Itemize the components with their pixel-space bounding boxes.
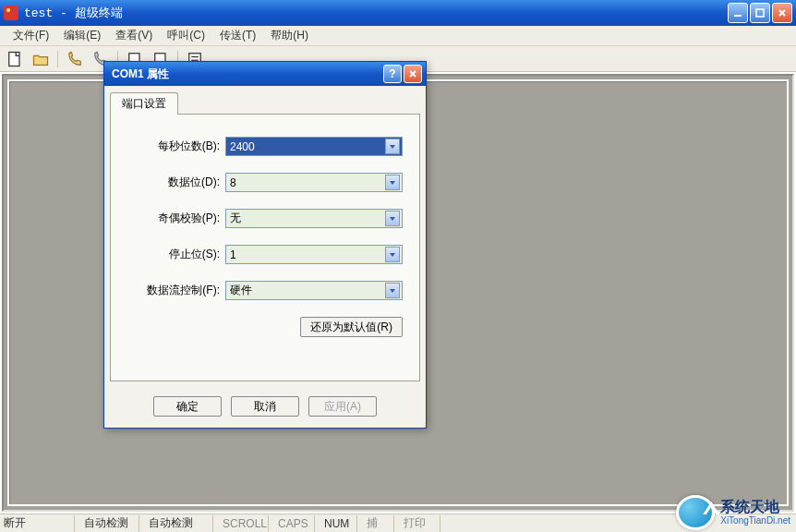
select-databits-value: 8 <box>230 176 385 189</box>
watermark: 系统天地 XiTongTianDi.net <box>676 495 790 530</box>
ok-button[interactable]: 确定 <box>153 396 222 417</box>
titlebar: test - 超级终端 <box>0 0 796 26</box>
menu-file[interactable]: 文件(F) <box>6 26 56 45</box>
menubar: 文件(F) 编辑(E) 查看(V) 呼叫(C) 传送(T) 帮助(H) <box>0 26 796 46</box>
row-flowcontrol: 数据流控制(F): 硬件 <box>127 281 403 300</box>
label-stopbits: 停止位(S): <box>127 247 220 262</box>
select-flowcontrol[interactable]: 硬件 <box>225 281 403 300</box>
select-databits[interactable]: 8 <box>225 173 403 192</box>
row-baud: 每秒位数(B): 2400 <box>127 137 403 156</box>
new-icon[interactable] <box>6 50 24 68</box>
menu-help[interactable]: 帮助(H) <box>263 26 316 45</box>
app-icon <box>4 6 18 20</box>
watermark-name: 系统天地 <box>720 500 790 515</box>
cancel-button[interactable]: 取消 <box>231 396 299 417</box>
watermark-icon <box>676 495 715 530</box>
apply-button[interactable]: 应用(A) <box>308 396 377 417</box>
dialog-buttons: 确定 取消 应用(A) <box>104 387 426 428</box>
status-scroll: SCROLL <box>212 515 268 532</box>
toolbar-separator <box>57 51 58 67</box>
svg-rect-2 <box>9 52 19 66</box>
call-icon[interactable] <box>66 50 84 68</box>
select-flowcontrol-value: 硬件 <box>230 283 385 298</box>
tab-body: 每秒位数(B): 2400 数据位(D): 8 奇偶校验(P): 无 <box>110 114 420 381</box>
status-num: NUM <box>314 515 356 532</box>
status-capture: 捕 <box>356 515 393 532</box>
select-parity[interactable]: 无 <box>225 209 403 228</box>
svg-rect-0 <box>734 15 742 17</box>
watermark-text-block: 系统天地 XiTongTianDi.net <box>720 500 790 526</box>
chevron-down-icon <box>385 247 400 262</box>
row-stopbits: 停止位(S): 1 <box>127 245 403 264</box>
menu-edit[interactable]: 编辑(E) <box>56 26 108 45</box>
restore-defaults-button[interactable]: 还原为默认值(R) <box>300 317 403 337</box>
maximize-button[interactable] <box>750 3 770 23</box>
close-button[interactable] <box>772 3 792 23</box>
chevron-down-icon <box>385 175 400 190</box>
window-controls <box>728 3 792 23</box>
tab-header: 端口设置 <box>110 92 420 115</box>
label-baud: 每秒位数(B): <box>127 139 220 154</box>
select-baud[interactable]: 2400 <box>225 137 403 156</box>
dialog-help-button[interactable]: ? <box>383 65 402 83</box>
dialog-close-button[interactable] <box>404 65 422 83</box>
status-print: 打印 <box>393 515 440 532</box>
minimize-button[interactable] <box>728 3 748 23</box>
status-detect2: 自动检测 <box>139 515 212 532</box>
svg-rect-1 <box>756 9 764 17</box>
menu-call[interactable]: 呼叫(C) <box>160 26 212 45</box>
select-stopbits[interactable]: 1 <box>225 245 403 264</box>
label-flowcontrol: 数据流控制(F): <box>127 283 220 298</box>
select-stopbits-value: 1 <box>230 248 385 261</box>
label-databits: 数据位(D): <box>127 175 220 190</box>
status-detect1: 自动检测 <box>74 515 139 532</box>
open-icon[interactable] <box>31 50 50 68</box>
com-properties-dialog: COM1 属性 ? 端口设置 每秒位数(B): 2400 数据位(D): 8 <box>103 61 427 429</box>
tab-port-settings[interactable]: 端口设置 <box>110 92 178 115</box>
chevron-down-icon <box>385 283 400 298</box>
menu-transfer[interactable]: 传送(T) <box>212 26 263 45</box>
menu-view[interactable]: 查看(V) <box>108 26 160 45</box>
status-connection: 断开 <box>0 515 74 532</box>
restore-row: 还原为默认值(R) <box>127 317 403 337</box>
select-parity-value: 无 <box>230 211 385 226</box>
select-baud-value: 2400 <box>230 140 385 153</box>
watermark-url: XiTongTianDi.net <box>720 515 790 526</box>
dialog-titlebar: COM1 属性 ? <box>104 62 426 86</box>
row-parity: 奇偶校验(P): 无 <box>127 209 403 228</box>
chevron-down-icon <box>385 211 400 226</box>
row-databits: 数据位(D): 8 <box>127 173 403 192</box>
label-parity: 奇偶校验(P): <box>127 211 220 226</box>
dialog-title: COM1 属性 <box>108 66 381 82</box>
dialog-tab-area: 端口设置 每秒位数(B): 2400 数据位(D): 8 奇偶校验(P): <box>104 86 426 387</box>
window-title: test - 超级终端 <box>24 5 728 21</box>
chevron-down-icon <box>385 139 400 154</box>
status-caps: CAPS <box>268 515 314 532</box>
